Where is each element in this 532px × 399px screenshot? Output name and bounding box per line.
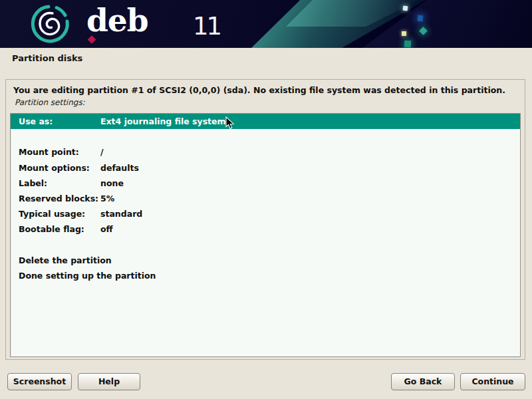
- sparkle-square: [404, 41, 412, 48]
- list-item[interactable]: Label: none: [11, 176, 520, 191]
- page-title: Partition disks: [12, 53, 82, 63]
- row-value: off: [100, 224, 113, 234]
- row-label: Label:: [11, 178, 100, 188]
- brand-name: debıan: [86, 2, 148, 48]
- list-item[interactable]: Bootable flag: off: [11, 221, 520, 237]
- continue-button[interactable]: Continue: [460, 373, 525, 390]
- list-item[interactable]: Use as: Ext4 journaling file system: [11, 114, 520, 129]
- row-value: defaults: [100, 163, 139, 173]
- debian-swirl-icon: [30, 3, 71, 46]
- row-label: Mount point:: [11, 147, 100, 157]
- list-item[interactable]: Done setting up the partition: [11, 268, 520, 283]
- row-label: Typical usage:: [11, 209, 100, 219]
- list-item[interactable]: [11, 129, 520, 144]
- list-item[interactable]: Mount point: /: [11, 144, 520, 160]
- row-label: Bootable flag:: [11, 224, 100, 234]
- list-item[interactable]: Mount options: defaults: [11, 160, 520, 176]
- list-item[interactable]: Typical usage: standard: [11, 206, 520, 221]
- sparkle-square: [403, 6, 408, 11]
- list-item[interactable]: Delete the partition: [11, 253, 520, 268]
- installer-banner: debıan 11: [0, 0, 532, 48]
- partition-settings-list[interactable]: Use as: Ext4 journaling file system Moun…: [10, 113, 521, 357]
- mouse-cursor-icon: [225, 116, 235, 130]
- go-back-button[interactable]: Go Back: [391, 373, 455, 390]
- row-value: none: [100, 178, 124, 188]
- settings-label: Partition settings:: [15, 98, 85, 107]
- screenshot-button[interactable]: Screenshot: [7, 373, 72, 390]
- row-value: standard: [100, 209, 142, 219]
- question-text: You are editing partition #1 of SCSI2 (0…: [13, 85, 519, 95]
- row-value: /: [100, 147, 104, 157]
- row-label: Mount options:: [11, 163, 100, 173]
- sparkle-square: [418, 15, 424, 22]
- row-label: Delete the partition: [11, 255, 100, 265]
- row-value: 5%: [100, 194, 114, 203]
- content-frame: You are editing partition #1 of SCSI2 (0…: [5, 79, 525, 360]
- list-item[interactable]: [11, 237, 520, 253]
- row-value: Ext4 journaling file system: [100, 116, 226, 126]
- row-label: Use as:: [11, 116, 100, 126]
- sparkle-square: [402, 31, 406, 36]
- row-label: Done setting up the partition: [11, 271, 100, 281]
- brand-version: 11: [193, 14, 220, 39]
- row-label: Reserved blocks:: [11, 194, 100, 203]
- list-item[interactable]: Reserved blocks: 5%: [11, 191, 520, 206]
- help-button[interactable]: Help: [78, 373, 140, 390]
